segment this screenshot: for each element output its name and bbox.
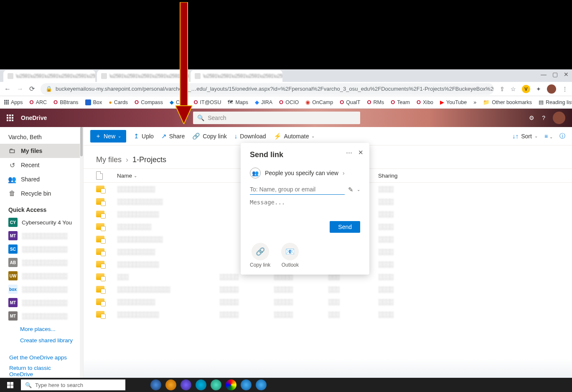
help-icon[interactable]: ? <box>542 115 545 121</box>
table-row[interactable]: ░░░░░░░░░░░ ░░░░░ ░░░░░ ░░░ ░░░░ <box>84 308 572 321</box>
taskbar-app-icon[interactable] <box>226 379 236 390</box>
sidebar-item-myfiles[interactable]: 🗀My files <box>0 144 83 158</box>
taskbar-app-icon[interactable] <box>180 379 191 390</box>
quick-access-item[interactable]: AB░░░░░░░░░░░░ <box>0 256 83 269</box>
bookmark-item[interactable]: ◉OnCamp <box>305 99 333 105</box>
table-row[interactable]: ░░░░░░░░░░ ░░░░░ ░░░░░ ░░░ ░░░░ <box>84 295 572 308</box>
share-button[interactable]: ↗Share <box>161 132 185 140</box>
profile-badge[interactable]: V <box>522 85 530 93</box>
taskbar-app-icon[interactable] <box>256 379 267 390</box>
bookmark-item[interactable]: OARC <box>30 99 47 105</box>
bookmark-item[interactable]: ▶YouTube <box>440 99 467 105</box>
cell-sharing: ░░░░ <box>378 299 428 305</box>
address-bar[interactable]: 🔒 buckeyemailosu-my.sharepoint.com/perso… <box>41 83 494 95</box>
bookmark-item[interactable]: ◆JIRA <box>255 99 272 105</box>
more-options-icon[interactable]: ⋯ <box>346 149 352 156</box>
settings-icon[interactable]: ⚙ <box>529 115 534 121</box>
sidebar-item-recent[interactable]: ↺Recent <box>0 158 83 172</box>
forward-icon[interactable]: → <box>17 85 23 93</box>
close-icon[interactable]: ✕ <box>564 71 569 78</box>
chrome-avatar[interactable] <box>547 84 556 94</box>
send-button[interactable]: Send <box>330 221 360 233</box>
sidebar-item-recyclebin[interactable]: 🗑Recycle bin <box>0 186 83 201</box>
other-bookmarks[interactable]: 📁Other bookmarks <box>483 99 532 105</box>
cell-filesize: ░░░ <box>328 311 378 318</box>
create-shared-library-link[interactable]: Create shared library <box>0 334 83 345</box>
app-launcher-icon[interactable] <box>7 115 13 121</box>
message-input[interactable] <box>250 199 360 220</box>
taskbar-search[interactable]: 🔍Type here to search <box>21 379 125 390</box>
taskbar-app-icon[interactable] <box>211 379 221 390</box>
get-onedrive-apps-link[interactable]: Get the OneDrive apps <box>0 352 83 363</box>
bookmark-overflow[interactable]: » <box>473 99 476 105</box>
new-button[interactable]: ＋New⌄ <box>90 130 126 143</box>
search-input[interactable]: 🔍 Search <box>193 112 360 124</box>
extensions-icon[interactable]: ✦ <box>536 86 541 92</box>
bookmark-item[interactable]: ORMs <box>367 99 384 105</box>
folder-icon <box>96 286 104 293</box>
back-icon[interactable]: ← <box>4 85 11 93</box>
install-icon[interactable]: ⇪ <box>500 86 505 92</box>
browser-tab[interactable]: \u2591\u2591\u2591\u2591\u2591\u2591\u25… <box>97 70 189 82</box>
cell-name: ░░░░░░░░░░░░░░ <box>117 286 219 293</box>
bookmark-item[interactable]: ●Cards <box>109 99 128 105</box>
edit-permissions-icon[interactable]: ✎ <box>348 186 353 193</box>
cell-name: ░░░░░░░░░░ <box>117 249 219 255</box>
sidebar-scrollbar[interactable] <box>80 127 83 384</box>
column-name[interactable]: Name⌄ <box>117 173 219 179</box>
bookmark-item[interactable]: OOCIO <box>279 99 299 105</box>
chevron-down-icon[interactable]: ⌄ <box>357 187 360 192</box>
kebab-icon[interactable]: ⋮ <box>562 86 568 92</box>
bookmark-item[interactable]: OXibo <box>417 99 433 105</box>
quick-access-item[interactable]: MT░░░░░░░░░░░░ <box>0 309 83 323</box>
bookmark-item[interactable]: OQualT <box>340 99 360 105</box>
start-button[interactable] <box>0 378 20 392</box>
breadcrumb-root[interactable]: My files <box>96 155 122 164</box>
bookmark-item[interactable]: OBBtrans <box>53 99 79 105</box>
quick-access-item[interactable]: CYCybersecurity 4 You <box>0 216 83 229</box>
user-avatar[interactable] <box>553 112 565 124</box>
maximize-icon[interactable]: ▢ <box>552 71 558 78</box>
download-button[interactable]: ↓Download <box>234 132 266 140</box>
outlook-action[interactable]: 📧 Outlook <box>281 243 299 268</box>
column-sharing[interactable]: Sharing <box>378 173 428 179</box>
taskbar-app-icon[interactable] <box>196 379 206 390</box>
star-icon[interactable]: ☆ <box>511 86 516 92</box>
taskbar-app-icon[interactable] <box>241 379 252 390</box>
bookmark-item[interactable]: Box <box>85 99 102 105</box>
details-pane-button[interactable]: ⓘ <box>559 132 565 140</box>
sidebar-item-shared[interactable]: 👥Shared <box>0 172 83 186</box>
quick-access-item[interactable]: box░░░░░░░░░░░░ <box>0 283 83 296</box>
recipients-input[interactable] <box>250 184 345 195</box>
browser-tab[interactable]: \u2591\u2591\u2591\u2591\u2591\u2591\u25… <box>3 70 95 82</box>
quick-access-item[interactable]: SC░░░░░░░░░░░░ <box>0 242 83 256</box>
bookmark-item[interactable]: OTeam <box>391 99 410 105</box>
bookmark-item[interactable]: OCompass <box>135 99 163 105</box>
automate-button[interactable]: ⚡Automate⌄ <box>274 132 315 140</box>
link-settings-button[interactable]: 👥 People you specify can view › <box>250 165 360 184</box>
copylink-action[interactable]: 🔗 Copy link <box>250 243 270 268</box>
browser-tab[interactable]: \u2591\u2591\u2591\u2591\u2591\u2591\u25… <box>191 70 282 82</box>
apps-bookmark[interactable]: Apps <box>4 99 23 105</box>
site-badge: SC <box>8 244 18 254</box>
taskbar-app-icon[interactable] <box>165 379 176 390</box>
close-icon[interactable]: ✕ <box>358 149 364 156</box>
taskbar-app-icon[interactable] <box>150 379 161 390</box>
sort-button[interactable]: ↓↑Sort⌄ <box>512 132 538 140</box>
upload-button[interactable]: ↥Uplo <box>134 132 154 140</box>
bookmark-item[interactable]: ◆Cmp <box>170 99 187 105</box>
minimize-icon[interactable]: ― <box>541 71 547 78</box>
folder-icon <box>96 223 104 230</box>
quick-access-item[interactable]: MT░░░░░░░░░░░░ <box>0 296 83 309</box>
reading-list[interactable]: ▤Reading list <box>539 99 572 105</box>
quick-access-item[interactable]: UW░░░░░░░░░░░░ <box>0 269 83 283</box>
copylink-button[interactable]: 🔗Copy link <box>192 132 227 140</box>
reload-icon[interactable]: ⟳ <box>29 85 35 93</box>
bookmark-item[interactable]: 🗺Maps <box>228 99 248 105</box>
more-places-link[interactable]: More places... <box>0 323 83 334</box>
table-row[interactable]: ░░░░░░░░░░░░░░ ░░░░░ ░░░░░ ░░░ ░░░░ <box>84 283 572 295</box>
view-options-button[interactable]: ≡ ⌄ <box>544 133 553 140</box>
bookmark-item[interactable]: OIT@OSU <box>193 99 221 105</box>
return-classic-link[interactable]: Return to classic OneDrive <box>0 363 83 379</box>
quick-access-item[interactable]: MT░░░░░░░░░░░░ <box>0 229 83 242</box>
